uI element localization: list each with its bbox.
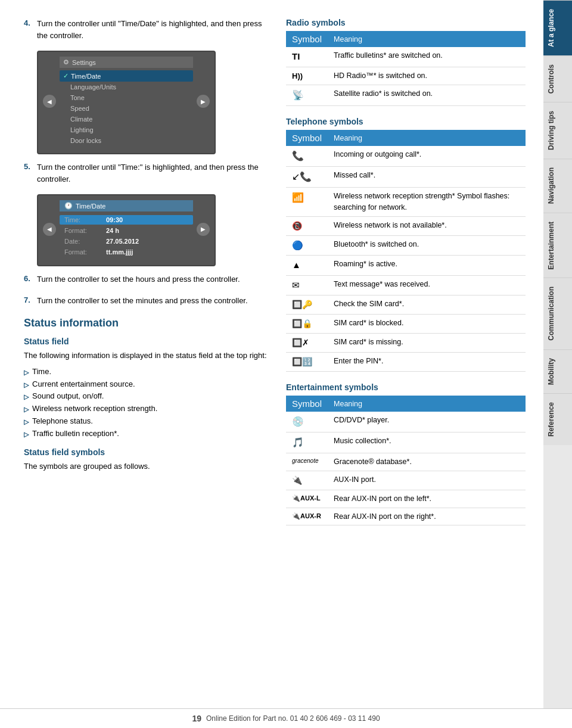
step-text-4: Turn the controller until "Time/Date" is… (37, 18, 268, 41)
nav-arrow-left-2[interactable]: ◀ (43, 223, 56, 236)
tel-row-sim-missing: 🔲✗ SIM card* is missing. (286, 334, 526, 353)
status-information-section: Status information Status field The foll… (24, 317, 268, 472)
nav-arrow-right-2[interactable]: ▶ (197, 223, 210, 236)
step-4: 4. Turn the controller until "Time/Date"… (24, 18, 268, 41)
radio-symbols-section: Radio symbols Symbol Meaning TI Traffic … (286, 18, 526, 106)
ent-symbol-gracenote: gracenote (286, 453, 328, 471)
status-information-heading: Status information (24, 317, 268, 329)
tel-row-signal: 📶 Wireless network reception strength* S… (286, 188, 526, 217)
sidebar-tab-navigation[interactable]: Navigation (543, 158, 572, 212)
ent-meaning-aux-r: Rear AUX-IN port on the right*. (328, 508, 526, 525)
radio-symbol-ti: TI (286, 47, 328, 67)
tel-meaning-missed: Missed call*. (328, 167, 526, 188)
timedate-title: 🕐 Time/Date (60, 200, 193, 211)
status-field-symbols-body: The symbols are grouped as follows. (24, 461, 268, 473)
ent-symbol-cd: 💿 (286, 412, 328, 433)
step-text-7: Turn the controller to set the minutes a… (37, 295, 268, 307)
step-5: 5. Turn the controller until "Time:" is … (24, 161, 268, 185)
tel-row-sim-blocked: 🔲🔒 SIM card* is blocked. (286, 315, 526, 334)
status-field-heading: Status field (24, 337, 268, 346)
tel-symbol-no-signal: 📵 (286, 216, 328, 235)
menu-item-lighting: Lighting (60, 125, 193, 135)
status-field-bullets: ▷ Time. ▷ Current entertainment source. … (24, 366, 268, 440)
ent-symbol-aux-l: 🔌AUX-L (286, 490, 328, 508)
sidebar-tab-at-a-glance[interactable]: At a glance (543, 0, 572, 55)
bullet-entertainment: ▷ Current entertainment source. (24, 378, 268, 391)
telephone-symbols-title: Telephone symbols (286, 117, 526, 126)
radio-header-symbol: Symbol (286, 31, 328, 47)
tel-meaning-pin: Enter the PIN*. (328, 353, 526, 372)
ent-symbol-aux: 🔌 (286, 471, 328, 490)
nav-arrow-right[interactable]: ▶ (197, 95, 210, 108)
calendar-icon: 🕐 (64, 202, 73, 210)
tel-symbol-sms: ✉ (286, 275, 328, 295)
tel-meaning-bt: Bluetooth* is switched on. (328, 235, 526, 256)
entertainment-symbols-title: Entertainment symbols (286, 382, 526, 392)
page-number: 19 (192, 714, 201, 723)
sidebar-tab-driving-tips[interactable]: Driving tips (543, 102, 572, 158)
step-7: 7. Turn the controller to set the minute… (24, 295, 268, 307)
tel-meaning-sim-check: Check the SIM card*. (328, 295, 526, 315)
tel-meaning-sim-missing: SIM card* is missing. (328, 334, 526, 353)
bullet-wireless: ▷ Wireless network reception strength. (24, 403, 268, 415)
tel-symbol-missed: ↙📞 (286, 167, 328, 188)
tel-row-sim-check: 🔲🔑 Check the SIM card*. (286, 295, 526, 315)
timedate-row-date: Date: 27.05.2012 (60, 237, 193, 246)
tel-meaning-roaming: Roaming* is active. (328, 256, 526, 276)
radio-symbols-title: Radio symbols (286, 18, 526, 27)
tel-symbol-signal: 📶 (286, 188, 328, 217)
tel-meaning-call: Incoming or outgoing call*. (328, 146, 526, 167)
right-sidebar: At a glance Controls Driving tips Naviga… (543, 0, 572, 708)
tel-symbol-call: 📞 (286, 146, 328, 167)
bullet-traffic: ▷ Traffic bulletin reception*. (24, 428, 268, 440)
tel-meaning-sim-blocked: SIM card* is blocked. (328, 315, 526, 334)
sidebar-tab-mobility[interactable]: Mobility (543, 349, 572, 393)
tel-header-symbol: Symbol (286, 130, 328, 146)
telephone-symbols-table: Symbol Meaning 📞 Incoming or outgoing ca… (286, 130, 526, 372)
timedate-screen-mock: ◀ 🕐 Time/Date Time: 09:30 Forma (37, 194, 216, 266)
radio-symbol-hd: H)) (286, 67, 328, 85)
sidebar-tab-entertainment[interactable]: Entertainment (543, 213, 572, 278)
menu-item-timedate: ✓ Time/Date (60, 70, 193, 82)
tel-row-no-signal: 📵 Wireless network is not available*. (286, 216, 526, 235)
radio-row-sat: 📡 Satellite radio* is switched on. (286, 85, 526, 106)
sidebar-tab-communication[interactable]: Communication (543, 278, 572, 349)
ent-meaning-aux-l: Rear AUX-IN port on the left*. (328, 490, 526, 508)
sidebar-tab-controls[interactable]: Controls (543, 55, 572, 102)
bullet-arrow-icon-4: ▷ (24, 405, 29, 415)
status-field-symbols-heading: Status field symbols (24, 447, 268, 457)
radio-row-ti: TI Traffic bulletins* are switched on. (286, 47, 526, 67)
tel-row-sms: ✉ Text message* was received. (286, 275, 526, 295)
radio-meaning-sat: Satellite radio* is switched on. (328, 85, 526, 106)
ent-meaning-gracenote: Gracenote® database*. (328, 453, 526, 471)
timedate-row-format1: Format: 24 h (60, 226, 193, 235)
bullet-arrow-icon-2: ▷ (24, 380, 29, 391)
ent-row-gracenote: gracenote Gracenote® database*. (286, 453, 526, 471)
tel-header-meaning: Meaning (328, 130, 526, 146)
radio-meaning-hd: HD Radio™* is switched on. (328, 67, 526, 85)
footer: 19 Online Edition for Part no. 01 40 2 6… (0, 708, 572, 728)
tel-meaning-no-signal: Wireless network is not available*. (328, 216, 526, 235)
entertainment-symbols-section: Entertainment symbols Symbol Meaning 💿 C (286, 382, 526, 525)
tel-meaning-sms: Text message* was received. (328, 275, 526, 295)
radio-symbols-table: Symbol Meaning TI Traffic bulletins* are… (286, 31, 526, 106)
nav-arrow-left[interactable]: ◀ (43, 95, 56, 108)
ent-row-music: 🎵 Music collection*. (286, 433, 526, 453)
step-6: 6. Turn the controller to set the hours … (24, 273, 268, 285)
bullet-arrow-icon-3: ▷ (24, 392, 29, 403)
ent-row-aux-l: 🔌AUX-L Rear AUX-IN port on the left*. (286, 490, 526, 508)
tel-symbol-sim-blocked: 🔲🔒 (286, 315, 328, 334)
ent-meaning-aux: AUX-IN port. (328, 471, 526, 490)
step-text-5: Turn the controller until "Time:" is hig… (37, 161, 268, 185)
menu-item-speed: Speed (60, 103, 193, 114)
bullet-arrow-icon-5: ▷ (24, 417, 29, 428)
step-text-6: Turn the controller to set the hours and… (37, 273, 268, 285)
tel-row-bt: 🔵 Bluetooth* is switched on. (286, 235, 526, 256)
footer-text: Online Edition for Part no. 01 40 2 606 … (206, 714, 380, 723)
ent-row-cd: 💿 CD/DVD* player. (286, 412, 526, 433)
menu-item-language: Language/Units (60, 82, 193, 92)
status-field-body: The following information is displayed i… (24, 350, 268, 362)
settings-screen-mock: ◀ ⚙ Settings ✓ Time/Date Language/Units (37, 51, 216, 154)
radio-symbol-sat: 📡 (286, 85, 328, 106)
sidebar-tab-reference[interactable]: Reference (543, 393, 572, 445)
